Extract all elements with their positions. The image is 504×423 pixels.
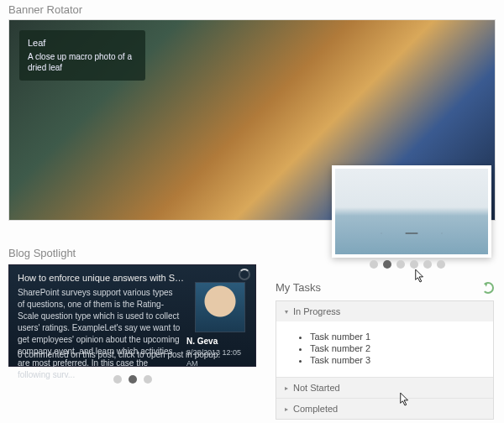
tasks-accordion: ▾ In Progress Task number 1 Task number … xyxy=(276,300,494,420)
loading-spinner-icon xyxy=(239,269,250,280)
refresh-icon[interactable] xyxy=(482,282,494,294)
accordion-header-completed[interactable]: ▸ Completed xyxy=(276,398,493,419)
blog-headline: How to enforce unique answers with Sh... xyxy=(18,272,186,285)
banner-dot-5[interactable] xyxy=(437,260,445,269)
banner-caption-desc: A close up macro photo of a dried leaf xyxy=(28,51,137,74)
banner-section-title: Banner Rotator xyxy=(0,0,504,19)
banner-pagination xyxy=(370,260,445,269)
accordion-header-in-progress[interactable]: ▾ In Progress xyxy=(276,301,493,321)
accordion-label: In Progress xyxy=(293,306,340,316)
chevron-right-icon: ▸ xyxy=(285,384,288,392)
accordion-body-in-progress: Task number 1 Task number 2 Task number … xyxy=(276,321,493,377)
accordion-label: Completed xyxy=(293,404,338,414)
task-item[interactable]: Task number 2 xyxy=(310,343,481,353)
task-item[interactable]: Task number 3 xyxy=(310,355,481,365)
banner-dot-4[interactable] xyxy=(423,260,432,269)
banner-thumbnail-preview xyxy=(332,165,491,258)
blog-section-title: Blog Spotlight xyxy=(8,243,256,263)
author-name: N. Geva xyxy=(186,336,245,347)
banner-dot-0[interactable] xyxy=(370,260,378,269)
accordion-label: Not Started xyxy=(293,383,340,393)
banner-dot-1[interactable] xyxy=(383,260,391,269)
tasks-section-title: My Tasks xyxy=(276,281,321,294)
author-avatar xyxy=(195,282,245,332)
task-item[interactable]: Task number 1 xyxy=(310,332,481,342)
banner-dot-3[interactable] xyxy=(410,260,418,269)
banner-caption: Leaf A close up macro photo of a dried l… xyxy=(19,30,145,81)
chevron-right-icon: ▸ xyxy=(285,405,288,413)
accordion-header-not-started[interactable]: ▸ Not Started xyxy=(276,377,493,398)
blog-card[interactable]: How to enforce unique answers with Sh...… xyxy=(8,264,256,367)
blog-body: SharePoint surveys support various types… xyxy=(18,287,181,381)
banner-caption-title: Leaf xyxy=(28,37,137,50)
banner-dot-2[interactable] xyxy=(396,260,405,269)
chevron-down-icon: ▾ xyxy=(285,308,288,316)
blog-footer: 0 commented on this post, click to open … xyxy=(18,349,247,361)
